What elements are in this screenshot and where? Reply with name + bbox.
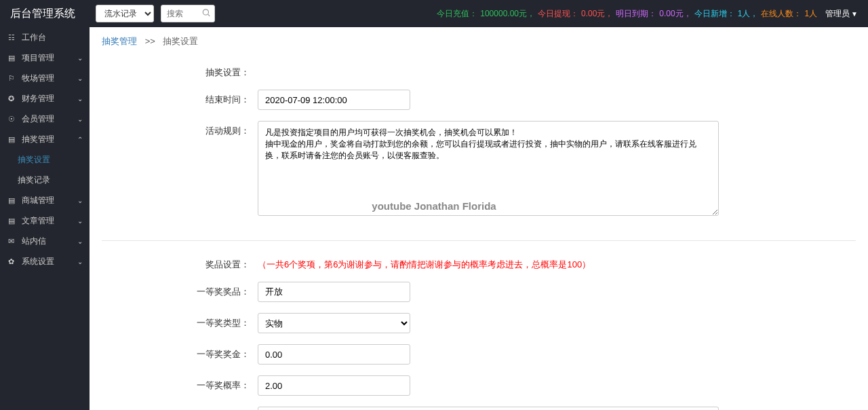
chevron-down-icon: ⌄: [77, 197, 83, 204]
prize1-money-input[interactable]: [258, 344, 410, 365]
prize1-desc-input[interactable]: [258, 407, 719, 410]
rules-textarea[interactable]: 凡是投资指定项目的用户均可获得一次抽奖机会，抽奖机会可以累加！ 抽中现金的用户，…: [258, 121, 719, 216]
stat-online-label: 在线人数：: [761, 8, 802, 20]
sidebar-item-label: 牧场管理: [22, 73, 54, 84]
list-icon: ▤: [8, 54, 18, 62]
breadcrumb-parent[interactable]: 抽奖管理: [102, 36, 137, 46]
chevron-down-icon: ⌄: [77, 75, 83, 82]
chevron-down-icon: ▼: [851, 10, 858, 18]
stat-tomorrow-value: 0.00元，: [659, 8, 691, 20]
chevron-down-icon: ⌄: [77, 238, 83, 245]
section-label: 抽奖设置：: [102, 62, 258, 79]
endtime-input[interactable]: [258, 90, 410, 110]
prize-note: （一共6个奖项，第6为谢谢参与，请酌情把谢谢参与的概率考虑进去，总概率是100）: [258, 255, 591, 271]
stat-newuser-value: 1人，: [738, 8, 759, 20]
svg-point-0: [203, 10, 208, 15]
search-wrap: [161, 5, 215, 22]
file-icon: ▤: [8, 135, 18, 144]
main-content: 抽奖管理 >> 抽奖设置 抽奖设置： 结束时间： 活动规则： 凡是投资指定项目的…: [90, 27, 868, 410]
sidebar-item-label: 抽奖管理: [22, 134, 54, 145]
breadcrumb-current: 抽奖设置: [163, 36, 198, 46]
sidebar-item-mail[interactable]: ✉ 站内信 ⌄: [0, 231, 90, 251]
sidebar-item-member[interactable]: ☉ 会员管理 ⌄: [0, 109, 90, 129]
sidebar-item-label: 项目管理: [22, 52, 54, 64]
sidebar-item-ranch[interactable]: ⚐ 牧场管理 ⌄: [0, 68, 90, 88]
sidebar-item-label: 站内信: [22, 236, 46, 247]
topbar-stats: 今日充值： 100000.00元， 今日提现： 0.00元， 明日到期： 0.0…: [437, 8, 858, 20]
sidebar-sub-lottery-settings[interactable]: 抽奖设置: [0, 149, 90, 170]
sidebar-item-label: 抽奖设置: [18, 154, 50, 166]
sidebar-item-article[interactable]: ▤ 文章管理 ⌄: [0, 210, 90, 231]
chevron-down-icon: ⌄: [77, 115, 83, 123]
sidebar-item-finance[interactable]: ✪ 财务管理 ⌄: [0, 88, 90, 109]
sidebar-item-label: 财务管理: [22, 93, 54, 105]
star-icon: ✪: [8, 94, 18, 103]
chevron-down-icon: ⌄: [77, 258, 83, 265]
admin-dropdown[interactable]: 管理员▼: [825, 8, 858, 20]
sidebar-item-label: 工作台: [22, 32, 46, 43]
stat-recharge-value: 100000.00元，: [480, 8, 535, 20]
endtime-label: 结束时间：: [102, 90, 258, 106]
file-icon: ▤: [8, 217, 18, 225]
stat-newuser-label: 今日新增：: [694, 8, 735, 20]
breadcrumb: 抽奖管理 >> 抽奖设置: [90, 27, 868, 56]
sidebar-item-label: 文章管理: [22, 215, 54, 227]
sidebar-item-label: 抽奖记录: [18, 174, 50, 186]
sidebar-item-project[interactable]: ▤ 项目管理 ⌄: [0, 48, 90, 68]
prize1-money-label: 一等奖奖金：: [102, 344, 258, 360]
stat-tomorrow-label: 明日到期：: [616, 8, 656, 20]
sidebar-item-mall[interactable]: ▤ 商城管理 ⌄: [0, 190, 90, 210]
app-title: 后台管理系统: [10, 7, 75, 21]
target-icon: ☉: [8, 115, 18, 124]
sidebar-item-label: 系统设置: [22, 256, 54, 267]
gear-icon: ✿: [8, 257, 18, 266]
breadcrumb-separator: >>: [145, 36, 155, 46]
file-icon: ▤: [8, 196, 18, 205]
chevron-down-icon: ⌄: [77, 54, 83, 62]
stat-online-value: 1人: [804, 8, 817, 20]
sidebar-item-label: 商城管理: [22, 195, 54, 206]
chevron-up-icon: ⌃: [77, 136, 83, 143]
prize1-rate-label: 一等奖概率：: [102, 375, 258, 392]
prize1-type-select[interactable]: 实物: [258, 313, 410, 333]
flag-icon: ⚐: [8, 74, 18, 83]
mail-icon: ✉: [8, 237, 18, 246]
log-type-select[interactable]: 流水记录: [96, 5, 154, 22]
search-icon[interactable]: [201, 8, 211, 20]
sidebar-item-label: 会员管理: [22, 113, 54, 125]
sidebar-item-system[interactable]: ✿ 系统设置 ⌄: [0, 251, 90, 272]
prize1-type-label: 一等奖类型：: [102, 313, 258, 329]
divider: [102, 240, 856, 241]
svg-line-1: [208, 14, 210, 16]
chevron-down-icon: ⌄: [77, 95, 83, 102]
sidebar-sub-lottery-records[interactable]: 抽奖记录: [0, 170, 90, 190]
prize1-rate-input[interactable]: [258, 375, 410, 396]
topbar: 后台管理系统 流水记录 今日充值： 100000.00元， 今日提现： 0.00…: [0, 0, 868, 27]
prize-section-label: 奖品设置：: [102, 255, 258, 271]
prize1-label: 一等奖奖品：: [102, 282, 258, 298]
chevron-down-icon: ⌄: [77, 217, 83, 225]
rules-label: 活动规则：: [102, 121, 258, 137]
dashboard-icon: ☷: [8, 33, 18, 42]
sidebar-item-lottery[interactable]: ▤ 抽奖管理 ⌃: [0, 129, 90, 149]
prize1-input[interactable]: [258, 282, 410, 302]
sidebar-item-workbench[interactable]: ☷ 工作台: [0, 27, 90, 48]
stat-recharge-label: 今日充值：: [437, 8, 477, 20]
stat-withdraw-label: 今日提现：: [538, 8, 578, 20]
prize1-desc-label: 一等奖中奖描述：: [102, 407, 258, 410]
stat-withdraw-value: 0.00元，: [581, 8, 613, 20]
sidebar: ☷ 工作台 ▤ 项目管理 ⌄ ⚐ 牧场管理 ⌄ ✪ 财务管理 ⌄ ☉ 会员管理 …: [0, 27, 90, 410]
